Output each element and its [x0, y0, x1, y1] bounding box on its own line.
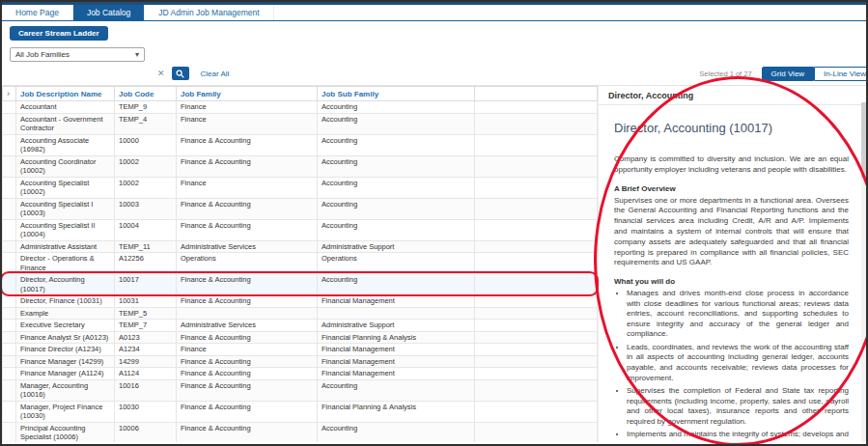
- table-cell: Accounting: [318, 219, 475, 240]
- table-cell-spacer: [475, 253, 598, 274]
- table-row[interactable]: Accounting Associate (16982)10000Finance…: [3, 134, 598, 155]
- table-cell: Accounting Specialist I (10003): [16, 198, 115, 219]
- row-expand-cell: [3, 401, 16, 422]
- expand-chevron-icon[interactable]: ›: [3, 87, 16, 101]
- table-cell: 10006: [115, 422, 177, 442]
- clear-all-link[interactable]: Clear All: [201, 70, 230, 78]
- bullet-item: Implements and maintains the integrity o…: [627, 430, 849, 442]
- table-cell: Example: [16, 307, 115, 320]
- row-expand-cell: [3, 368, 16, 380]
- table-row[interactable]: Manager, Accounting (10016)10016Finance …: [3, 379, 598, 401]
- table-cell: Finance & Accounting: [177, 198, 318, 219]
- table-cell-spacer: [475, 274, 598, 295]
- row-expand-cell: [3, 155, 16, 177]
- table-cell: Finance & Accounting: [177, 295, 318, 308]
- detail-scrollbar[interactable]: [861, 102, 866, 442]
- table-row[interactable]: Finance Manager (14299)14299Finance & Ac…: [3, 355, 598, 368]
- table-cell-spacer: [475, 155, 598, 177]
- row-expand-cell: [3, 379, 16, 401]
- bullet-item: Manages and drives month-end close proce…: [627, 289, 849, 340]
- table-cell: TEMP_5: [115, 307, 177, 320]
- inline-view-button[interactable]: In-Line View: [814, 67, 868, 81]
- tab-home-page[interactable]: Home Page: [2, 5, 73, 20]
- column-header-job-family[interactable]: Job Family: [177, 87, 318, 101]
- table-cell-spacer: [475, 368, 598, 380]
- tab-jd-admin-job-management[interactable]: JD Admin Job Management: [145, 5, 273, 20]
- table-cell: Finance & Accounting: [177, 422, 318, 442]
- table-cell: Finance: [177, 177, 318, 198]
- row-expand-cell: [3, 134, 16, 155]
- clear-search-icon[interactable]: ✕: [154, 69, 168, 78]
- table-row[interactable]: Accounting Specialist (10002)10002Financ…: [3, 177, 598, 198]
- column-header-job-sub-family[interactable]: Job Sub Family: [318, 87, 475, 101]
- row-expand-cell: [3, 274, 16, 295]
- tab-bar: Home Page Job Catalog JD Admin Job Manag…: [2, 5, 866, 21]
- column-header-spacer: [475, 87, 598, 101]
- table-cell: Accounting: [318, 177, 475, 198]
- table-cell: Manager, Project Finance (10030): [16, 401, 115, 422]
- row-expand-cell: [3, 101, 16, 114]
- table-cell: Operations: [177, 253, 318, 274]
- toolbar: Career Stream Ladder All Job Families ▾ …: [2, 21, 866, 85]
- job-title: Director, Accounting (10017): [614, 121, 849, 135]
- table-row[interactable]: Accounting Specialist I (10003)10003Fina…: [3, 198, 598, 219]
- selected-status: Selected 1 of 27: [699, 70, 751, 78]
- table-row[interactable]: Director, Finance (10031)10031Finance & …: [3, 295, 598, 308]
- table-cell: Accounting: [318, 134, 475, 155]
- table-cell: Finance: [177, 113, 318, 134]
- table-cell: Administrative Support: [318, 240, 475, 253]
- table-cell: Finance: [177, 101, 318, 114]
- table-cell: Accounting: [318, 422, 475, 442]
- column-header-job-code[interactable]: Job Code: [115, 87, 177, 101]
- column-header-job-description-name[interactable]: Job Description Name: [16, 87, 115, 101]
- table-cell: Administrative Services: [177, 320, 318, 332]
- table-row[interactable]: Accountant - Government ContractorTEMP_4…: [3, 113, 598, 134]
- chevron-down-icon: ▾: [135, 50, 139, 59]
- table-row[interactable]: Finance Analyst Sr (A0123)A0123Finance &…: [3, 331, 598, 344]
- table-row[interactable]: ExampleTEMP_5: [3, 307, 598, 320]
- table-cell: Accounting: [318, 198, 475, 219]
- table-cell-spacer: [475, 177, 598, 198]
- table-cell: Finance & Accounting: [177, 331, 318, 344]
- table-row[interactable]: AccountantTEMP_9FinanceAccounting: [3, 101, 598, 114]
- search-icon: [176, 67, 184, 81]
- view-toggle-group: Selected 1 of 27 Grid View In-Line View: [699, 67, 868, 81]
- table-row[interactable]: Director - Operations & FinanceA12256Ope…: [3, 253, 598, 274]
- table-row[interactable]: Principal Accounting Specialist (10006)1…: [3, 422, 598, 442]
- table-row[interactable]: Director, Accounting (10017)10017Finance…: [3, 274, 598, 295]
- table-cell: Administrative Support: [318, 320, 475, 332]
- table-row[interactable]: Finance Director (A1234)A1234FinanceFina…: [3, 344, 598, 356]
- table-row[interactable]: Accounting Coordinator (10002)10002Finan…: [3, 155, 598, 177]
- detail-body: Director, Accounting (10017) Company is …: [599, 105, 866, 442]
- row-expand-cell: [3, 307, 16, 320]
- table-row[interactable]: Administrative AssistantTEMP_11Administr…: [3, 240, 598, 253]
- job-families-dropdown[interactable]: All Job Families ▾: [10, 47, 145, 62]
- row-expand-cell: [3, 295, 16, 308]
- table-cell: Operations: [318, 253, 475, 274]
- table-cell-spacer: [475, 331, 598, 344]
- table-cell: [318, 307, 475, 320]
- row-expand-cell: [3, 320, 16, 332]
- table-cell: TEMP_9: [115, 101, 177, 114]
- table-cell: Finance & Accounting: [177, 379, 318, 401]
- table-cell: Administrative Services: [177, 240, 318, 253]
- table-row[interactable]: Accounting Specialist II (10004)10004Fin…: [3, 219, 598, 240]
- table-cell: Finance: [177, 344, 318, 356]
- table-cell-spacer: [475, 240, 598, 253]
- table-row[interactable]: Finance Manager (A1124)A1124Finance & Ac…: [3, 368, 598, 380]
- table-cell: Finance Manager (14299): [16, 355, 115, 368]
- table-row[interactable]: Executive SecretaryTEMP_7Administrative …: [3, 320, 598, 332]
- table-cell: TEMP_7: [115, 320, 177, 332]
- tab-job-catalog[interactable]: Job Catalog: [73, 5, 145, 20]
- job-families-dropdown-value: All Job Families: [15, 50, 70, 59]
- table-cell: Finance & Accounting: [177, 134, 318, 155]
- grid-view-button[interactable]: Grid View: [762, 67, 815, 81]
- detail-panel-title: Director, Accounting: [599, 86, 866, 105]
- table-cell: Accountant - Government Contractor: [16, 113, 115, 134]
- table-cell: 10004: [115, 219, 177, 240]
- search-button[interactable]: [172, 67, 189, 80]
- career-stream-ladder-button[interactable]: Career Stream Ladder: [10, 26, 108, 41]
- table-row[interactable]: Manager, Project Finance (10030)10030Fin…: [3, 401, 598, 422]
- scrollbar-thumb[interactable]: [861, 102, 866, 178]
- table-cell: Finance & Accounting: [177, 368, 318, 380]
